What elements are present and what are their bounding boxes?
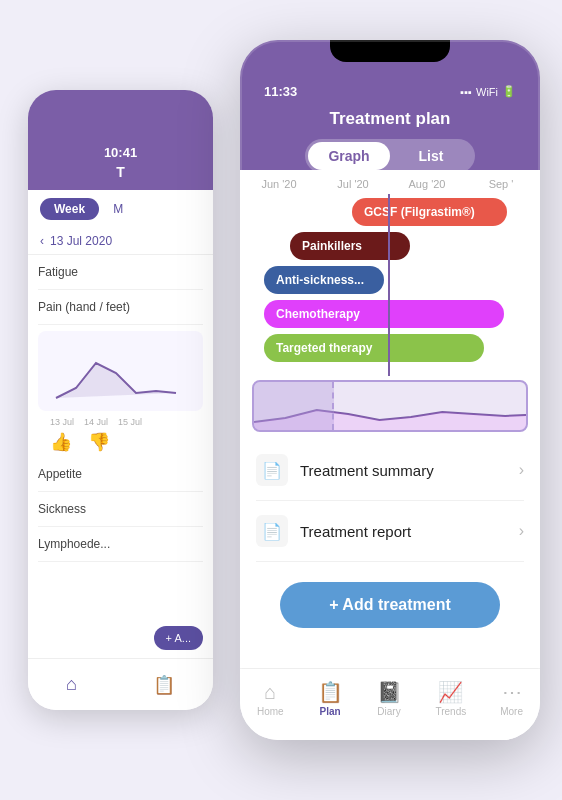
gcsf-label: GCSF (Filgrastim®) [364,205,475,219]
month-jul: Jul '20 [330,178,376,190]
bg-tab-month[interactable]: M [105,198,131,220]
today-marker [388,194,390,376]
list-item: Lymphoede... [38,527,203,562]
more-icon: ⋯ [502,680,522,704]
month-jun: Jun '20 [256,178,302,190]
bg-chart-svg [46,343,186,403]
add-treatment-button[interactable]: + Add treatment [280,582,500,628]
home-icon: ⌂ [264,681,276,704]
nav-home[interactable]: ⌂ Home [257,681,284,717]
painkillers-label: Painkillers [302,239,362,253]
treatment-summary-icon: 📄 [256,454,288,486]
chevron-right-icon: › [519,461,524,479]
status-bar: 11:33 ▪▪▪ WiFi 🔋 [240,80,540,99]
signal-icon: ▪▪▪ [460,86,472,98]
bottom-list: 📄 Treatment summary › 📄 Treatment report… [240,432,540,570]
chevron-left-icon[interactable]: ‹ [40,234,44,248]
front-phone: 11:33 ▪▪▪ WiFi 🔋 Treatment plan Graph Li… [240,40,540,740]
nav-more[interactable]: ⋯ More [500,680,523,717]
antisickness-label: Anti-sickness... [276,273,364,287]
bg-phone-header: 10:41 T [28,90,213,190]
antisickness-bar[interactable]: Anti-sickness... [264,266,384,294]
targeted-label: Targeted therapy [276,341,372,355]
treatment-report-icon: 📄 [256,515,288,547]
painkillers-bar[interactable]: Painkillers [290,232,410,260]
mini-chart-selection [254,382,334,430]
list-tab[interactable]: List [390,142,472,170]
chemo-label: Chemotherapy [276,307,360,321]
treatment-summary-label: Treatment summary [300,462,519,479]
targeted-therapy-bar[interactable]: Targeted therapy [264,334,484,362]
chart-label: 14 Jul [84,417,108,427]
page-title: Treatment plan [330,109,451,129]
nav-diary[interactable]: 📓 Diary [377,680,402,717]
plan-icon: 📋 [318,680,343,704]
month-sep: Sep ' [478,178,524,190]
nav-trends-label: Trends [435,706,466,717]
timeline-area: Jun '20 Jul '20 Aug '20 Sep ' GCSF (Filg… [240,170,540,432]
diary-icon: 📓 [377,680,402,704]
list-item: Sickness [38,492,203,527]
background-phone: 10:41 T Week M ‹ 13 Jul 2020 Fatigue Pai… [28,90,213,710]
bg-nav-date: ‹ 13 Jul 2020 [28,228,213,255]
mini-chart [252,380,528,432]
bg-nav-plan[interactable]: 📋 [153,674,175,696]
status-icons: ▪▪▪ WiFi 🔋 [460,84,516,99]
notch [330,40,450,62]
bg-fab-label: + A... [166,632,191,644]
status-time: 11:33 [264,84,297,99]
treatment-summary-item[interactable]: 📄 Treatment summary › [256,440,524,501]
thumbs-down-icon: 👎 [88,431,110,453]
treatment-report-label: Treatment report [300,523,519,540]
gcsf-bar[interactable]: GCSF (Filgrastim®) [352,198,507,226]
add-treatment-container: + Add treatment [240,570,540,640]
bottom-nav: ⌂ Home 📋 Plan 📓 Diary 📈 Trends ⋯ More [240,668,540,740]
treatment-report-item[interactable]: 📄 Treatment report › [256,501,524,562]
bg-date-label: 13 Jul 2020 [50,234,112,248]
nav-plan-label: Plan [320,706,341,717]
graph-tab[interactable]: Graph [308,142,390,170]
bg-fab-button[interactable]: + A... [154,626,203,650]
bg-tab-week[interactable]: Week [40,198,99,220]
trends-icon: 📈 [438,680,463,704]
wifi-icon: WiFi [476,86,498,98]
month-aug: Aug '20 [404,178,450,190]
timeline-months: Jun '20 Jul '20 Aug '20 Sep ' [240,170,540,194]
bg-status-time: 10:41 [104,145,137,160]
list-item: Appetite [38,457,203,492]
phone-header: 11:33 ▪▪▪ WiFi 🔋 Treatment plan Graph Li… [240,40,540,170]
list-item: Fatigue [38,255,203,290]
bg-nav-home[interactable]: ⌂ [66,674,77,695]
bg-bottom-nav: ⌂ 📋 [28,658,213,710]
bg-phone-title: T [116,164,125,180]
chart-label: 15 Jul [118,417,142,427]
chart-label: 13 Jul [50,417,74,427]
battery-icon: 🔋 [502,85,516,98]
nav-plan[interactable]: 📋 Plan [318,680,343,717]
view-toggle: Graph List [305,139,475,173]
nav-trends[interactable]: 📈 Trends [435,680,466,717]
chart-label-row: 13 Jul 14 Jul 15 Jul [38,417,203,427]
bg-symptom-list: Fatigue Pain (hand / feet) 13 Jul 14 Jul… [28,255,213,562]
chevron-right-icon: › [519,522,524,540]
bg-chart [38,331,203,411]
thumbs-up-icon: 👍 [50,431,72,453]
nav-home-label: Home [257,706,284,717]
timeline-bars: GCSF (Filgrastim®) Painkillers Anti-sick… [240,194,540,376]
bg-tab-row: Week M [28,190,213,228]
nav-more-label: More [500,706,523,717]
list-item: Pain (hand / feet) [38,290,203,325]
chemotherapy-bar[interactable]: Chemotherapy [264,300,504,328]
nav-diary-label: Diary [377,706,400,717]
thumb-row: 👍 👎 [38,427,203,457]
